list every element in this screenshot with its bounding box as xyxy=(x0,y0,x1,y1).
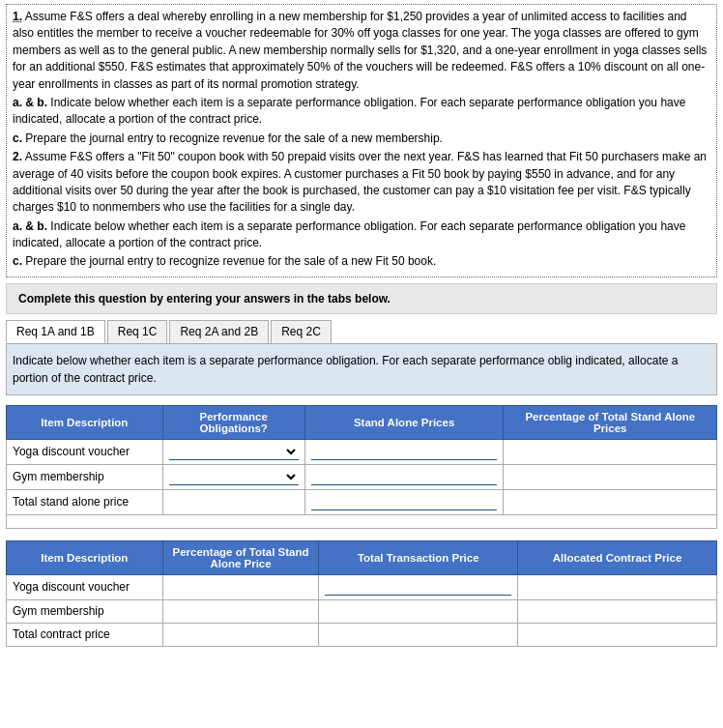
top-header-stand: Stand Alone Prices xyxy=(304,405,504,439)
top-header-item: Item Description xyxy=(7,405,163,439)
perf-select-1[interactable]: Yes No xyxy=(169,444,299,460)
top-row3-perf xyxy=(162,489,304,514)
top-table-section: Item Description Performance Obligations… xyxy=(6,405,717,529)
stand-input-2[interactable] xyxy=(311,469,498,485)
tab-req2a2b[interactable]: Req 2A and 2B xyxy=(169,320,269,343)
top-row2-stand[interactable] xyxy=(304,464,504,489)
problem-text: 1. Assume F&S offers a deal whereby enro… xyxy=(6,4,717,277)
problem-line4: 2. Assume F&S offers a "Fit 50" coupon b… xyxy=(13,149,710,217)
total-input-1[interactable] xyxy=(325,579,511,596)
instruction-text: Complete this question by entering your … xyxy=(18,292,390,306)
table-row: Yoga discount voucher xyxy=(7,574,717,599)
bottom-row2-pct xyxy=(162,599,319,623)
problem-line2: a. & b. Indicate below whether each item… xyxy=(13,95,710,129)
problem-line5: a. & b. Indicate below whether each item… xyxy=(13,218,710,252)
stand-input-1[interactable] xyxy=(311,444,498,460)
bottom-header-alloc: Allocated Contract Price xyxy=(518,540,717,574)
tab-req1c[interactable]: Req 1C xyxy=(107,320,168,343)
top-row2-desc: Gym membership xyxy=(7,464,163,489)
tab-content: Indicate below whether each item is a se… xyxy=(6,343,717,395)
bottom-header-pct: Percentage of Total Stand Alone Price xyxy=(162,540,319,574)
tabs-container: Req 1A and 1B Req 1C Req 2A and 2B Req 2… xyxy=(6,320,717,395)
bottom-row1-pct xyxy=(162,574,319,599)
top-row1-perf[interactable]: Yes No xyxy=(162,439,304,464)
top-row3-pct xyxy=(504,489,717,514)
tabs-row: Req 1A and 1B Req 1C Req 2A and 2B Req 2… xyxy=(6,320,717,343)
bottom-row1-alloc xyxy=(518,574,717,599)
table-row: Yoga discount voucher Yes No xyxy=(7,439,717,464)
top-header-pct: Percentage of Total Stand Alone Prices xyxy=(504,405,717,439)
table-row: Gym membership xyxy=(7,599,717,623)
tab-req2c[interactable]: Req 2C xyxy=(271,320,332,343)
bottom-table-header-row: Item Description Percentage of Total Sta… xyxy=(7,540,717,574)
bottom-row3-pct xyxy=(162,623,319,646)
bottom-table-section: Item Description Percentage of Total Sta… xyxy=(6,540,717,647)
bottom-table: Item Description Percentage of Total Sta… xyxy=(6,540,717,647)
bottom-row3-total xyxy=(319,623,518,646)
top-row1-stand[interactable] xyxy=(304,439,504,464)
top-table: Item Description Performance Obligations… xyxy=(6,405,717,529)
problem-line3: c. Prepare the journal entry to recogniz… xyxy=(13,131,710,147)
top-row1-pct xyxy=(504,439,717,464)
instruction-box: Complete this question by entering your … xyxy=(6,283,717,314)
bottom-row3-alloc xyxy=(518,623,717,646)
top-row3-desc: Total stand alone price xyxy=(7,489,163,514)
bottom-row2-desc: Gym membership xyxy=(7,599,163,623)
top-header-perf: Performance Obligations? xyxy=(162,405,304,439)
table-row: Total stand alone price xyxy=(7,489,717,514)
bottom-row3-desc: Total contract price xyxy=(7,623,163,646)
tab-req1a1b[interactable]: Req 1A and 1B xyxy=(6,320,105,343)
top-row2-perf[interactable]: Yes No xyxy=(162,464,304,489)
bottom-row2-alloc xyxy=(518,599,717,623)
perf-select-2[interactable]: Yes No xyxy=(169,469,299,485)
empty-row-top xyxy=(7,514,717,528)
top-row3-stand[interactable] xyxy=(304,489,504,514)
bottom-row1-desc: Yoga discount voucher xyxy=(7,574,163,599)
bottom-row2-total xyxy=(319,599,518,623)
top-row2-pct xyxy=(504,464,717,489)
problem-line1: 1. Assume F&S offers a deal whereby enro… xyxy=(13,9,710,93)
top-table-header-row: Item Description Performance Obligations… xyxy=(7,405,717,439)
stand-input-3[interactable] xyxy=(311,494,498,510)
bottom-header-item: Item Description xyxy=(7,540,163,574)
bottom-row1-total[interactable] xyxy=(319,574,518,599)
bottom-header-total: Total Transaction Price xyxy=(319,540,518,574)
table-row: Gym membership Yes No xyxy=(7,464,717,489)
table-row: Total contract price xyxy=(7,623,717,646)
main-container: 1. Assume F&S offers a deal whereby enro… xyxy=(0,0,723,651)
top-row1-desc: Yoga discount voucher xyxy=(7,439,163,464)
tab-content-text: Indicate below whether each item is a se… xyxy=(13,354,678,385)
problem-line6: c. Prepare the journal entry to recogniz… xyxy=(13,253,710,270)
